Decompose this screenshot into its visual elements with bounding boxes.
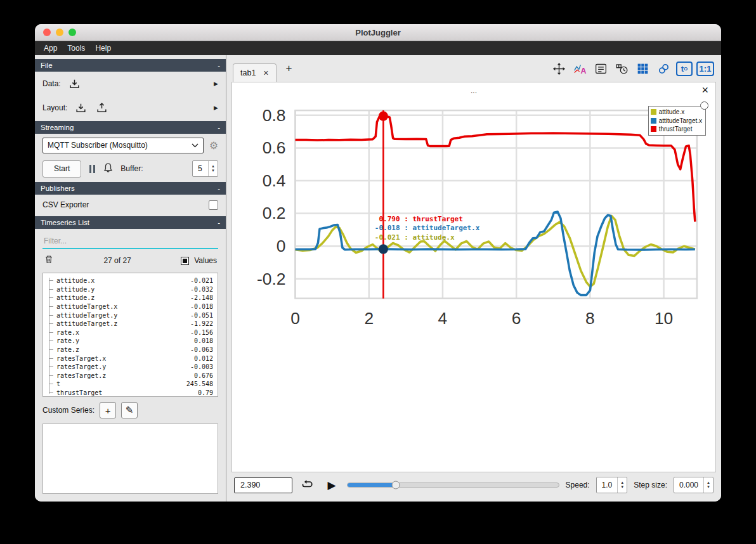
plot-toolbar: A: [549, 60, 715, 77]
legend-button[interactable]: [591, 60, 610, 77]
load-data-button[interactable]: [67, 77, 82, 91]
legend-item[interactable]: attitude.x: [651, 108, 702, 117]
timeseries-name: rate.y: [56, 337, 79, 344]
step-size-spinner: 0.000 ▲ ▼: [674, 477, 714, 493]
grid-icon: [636, 62, 649, 75]
spin-up-button[interactable]: ▲: [620, 481, 624, 485]
timeseries-row[interactable]: ratesTarget.x0.012: [49, 354, 213, 363]
timeseries-row[interactable]: ratesTarget.y-0.003: [49, 363, 213, 372]
menu-item-help[interactable]: Help: [90, 44, 116, 53]
data-expand-arrow[interactable]: ▶: [214, 81, 218, 87]
svg-text:4: 4: [438, 309, 448, 328]
t0-icon: tO: [676, 62, 693, 76]
delete-series-button[interactable]: [44, 254, 54, 267]
spin-down-button[interactable]: ▼: [211, 169, 215, 173]
values-checkbox[interactable]: [181, 257, 189, 265]
start-streaming-button[interactable]: Start: [42, 160, 81, 178]
zoom-window-button[interactable]: [68, 29, 76, 36]
combo-arrow-icon: [192, 143, 199, 148]
layout-expand-arrow[interactable]: ▶: [214, 105, 218, 111]
zoom-1-1-button[interactable]: 1:1: [696, 60, 715, 77]
step-size-label: Step size:: [634, 481, 667, 489]
streaming-source-select[interactable]: MQTT Subscriber (Mosquitto): [42, 138, 204, 153]
add-tab-button[interactable]: +: [280, 62, 298, 75]
timeseries-list[interactable]: attitude.x-0.021attitude.y-0.032attitude…: [42, 273, 218, 397]
current-time-field[interactable]: 2.390: [234, 477, 292, 493]
load-layout-button[interactable]: [74, 101, 88, 115]
collapse-icon[interactable]: -: [218, 185, 220, 192]
annotation-line: -0.021 : attitude.x: [375, 233, 480, 243]
spin-down-button[interactable]: ▼: [620, 485, 624, 489]
section-header-publishers[interactable]: Publishers -: [35, 182, 226, 195]
font-size-button[interactable]: A: [570, 60, 589, 77]
timeseries-row[interactable]: thrustTarget0.79: [49, 389, 213, 397]
legend-toggle-button[interactable]: [700, 101, 708, 110]
add-custom-series-button[interactable]: +: [100, 402, 116, 418]
svg-text:0.6: 0.6: [263, 138, 286, 157]
plotjuggler-window: PlotJuggler App Tools Help File - Data: …: [35, 24, 721, 502]
timeseries-row[interactable]: rate.x-0.156: [49, 328, 213, 337]
loop-button[interactable]: [299, 476, 316, 494]
pause-icon[interactable]: [88, 165, 96, 173]
timeseries-row[interactable]: ratesTarget.z0.676: [49, 372, 213, 380]
datetime-button[interactable]: [612, 60, 631, 77]
svg-text:10: 10: [655, 309, 673, 328]
custom-series-label: Custom Series:: [42, 406, 94, 415]
timeseries-row[interactable]: attitude.y-0.032: [49, 285, 213, 294]
fullscreen-button[interactable]: [549, 60, 568, 77]
streaming-source-row: MQTT Subscriber (Mosquitto) ⚙: [35, 134, 226, 157]
menu-item-tools[interactable]: Tools: [62, 44, 90, 53]
csv-exporter-checkbox[interactable]: [209, 200, 218, 210]
collapse-icon[interactable]: -: [218, 62, 220, 69]
close-window-button[interactable]: [43, 29, 51, 36]
timeseries-row[interactable]: attitude.x-0.021: [49, 276, 213, 285]
legend-item[interactable]: attitudeTarget.x: [651, 117, 702, 126]
edit-custom-series-button[interactable]: ✎: [121, 402, 138, 418]
legend[interactable]: attitude.xattitudeTarget.xthrustTarget: [648, 106, 706, 136]
timeseries-row[interactable]: attitudeTarget.z-1.922: [49, 320, 213, 328]
section-header-timeseries[interactable]: Timeseries List -: [35, 216, 226, 229]
svg-text:0.2: 0.2: [263, 204, 286, 223]
spin-up-button[interactable]: ▲: [211, 164, 215, 169]
notifications-bell-icon[interactable]: [103, 162, 114, 176]
menu-item-app[interactable]: App: [39, 44, 62, 53]
speed-value-field[interactable]: 1.0: [597, 477, 618, 493]
play-button[interactable]: ▶: [323, 476, 341, 494]
timeseries-row[interactable]: rate.y0.018: [49, 337, 213, 346]
timeseries-name: thrustTarget: [56, 389, 102, 396]
timeseries-row[interactable]: attitudeTarget.y-0.051: [49, 311, 213, 320]
section-header-file[interactable]: File -: [35, 59, 226, 72]
tab-close-icon[interactable]: ×: [263, 68, 268, 78]
reset-time-button[interactable]: tO: [675, 60, 694, 77]
timeseries-value: 0.012: [194, 355, 213, 362]
step-size-field[interactable]: 0.000: [674, 477, 703, 493]
playback-slider[interactable]: [347, 482, 559, 488]
section-header-streaming[interactable]: Streaming -: [35, 121, 226, 134]
slider-fill: [348, 483, 396, 487]
layout-grid-button[interactable]: [633, 60, 652, 77]
buffer-value-field[interactable]: 5: [193, 161, 208, 176]
slider-handle[interactable]: [392, 481, 400, 489]
collapse-icon[interactable]: -: [218, 219, 220, 226]
plot-panel: ... × attitude.xattitudeTarget.xthrustTa…: [231, 82, 716, 472]
timeseries-row[interactable]: rate.z-0.063: [49, 346, 213, 354]
save-layout-button[interactable]: [94, 101, 109, 115]
section-title-streaming: Streaming: [41, 124, 74, 131]
filter-input[interactable]: [42, 234, 218, 249]
spin-up-button[interactable]: ▲: [707, 481, 710, 485]
tab-tab1[interactable]: tab1 ×: [233, 63, 277, 82]
csv-exporter-row: CSV Exporter: [35, 195, 226, 215]
buffer-spin-arrows: ▲ ▼: [208, 161, 218, 176]
timeseries-row[interactable]: attitudeTarget.x-0.018: [49, 302, 213, 311]
streaming-settings-gear-icon[interactable]: ⚙: [209, 139, 218, 152]
traffic-lights: [43, 24, 76, 41]
spin-down-button[interactable]: ▼: [707, 485, 710, 489]
minimize-window-button[interactable]: [56, 29, 63, 36]
timeseries-row[interactable]: t245.548: [49, 380, 213, 389]
legend-item[interactable]: thrustTarget: [651, 125, 702, 134]
collapse-icon[interactable]: -: [218, 124, 220, 131]
timeseries-row[interactable]: attitude.z-2.148: [49, 294, 213, 302]
play-icon: ▶: [327, 479, 336, 492]
plot-close-button[interactable]: ×: [701, 84, 708, 97]
link-xaxis-button[interactable]: [654, 60, 673, 77]
